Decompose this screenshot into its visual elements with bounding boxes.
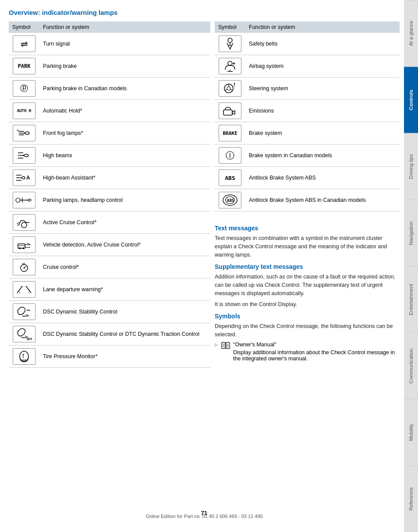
function-cell: Lane departure warning* [39, 278, 210, 301]
symbol-cell: OFF [9, 323, 39, 345]
symbol-cell [9, 278, 39, 301]
text-messages-body: Text messages in combination with a symb… [215, 234, 400, 259]
svg-line-31 [19, 290, 20, 293]
symbol-cell [215, 100, 245, 122]
dsc-icon [13, 303, 35, 320]
symbol-cell: A [9, 167, 39, 189]
svg-text:A: A [26, 175, 30, 181]
symbols-body: Depending on the Check Control message, … [215, 322, 400, 339]
supplementary-title: Supplementary text messages [215, 263, 400, 270]
table-row: Ⓘ Brake system in Canadian models [215, 144, 400, 167]
symbol-cell: AUTO H [9, 100, 39, 122]
airbag-icon [219, 58, 241, 74]
cruise-control-icon [13, 259, 35, 275]
sidebar-item-controls[interactable]: Controls [404, 67, 418, 133]
symbols-title: Symbols [215, 313, 400, 320]
svg-line-53 [225, 89, 227, 91]
function-cell: Brake system in Canadian models [245, 144, 400, 167]
table-row: Cruise control* [9, 256, 210, 278]
table-row: ⓟ Parking brake in Canadian models [9, 78, 210, 100]
main-content: Overview: indicator/warning lamps Symbol… [0, 0, 404, 532]
high-beam-assistant-icon: A [13, 169, 35, 186]
page-title: Overview: indicator/warning lamps [9, 9, 400, 16]
table-row: ABS Antilock Brake System ABS in Canadia… [215, 189, 400, 211]
function-cell: Brake system [245, 122, 400, 144]
table-row: Front fog lamps* [9, 122, 210, 144]
table-row: OFF DSC Dynamic Stability Control or DTC… [9, 323, 210, 345]
abs-canada-icon: ABS [219, 192, 241, 208]
symbol-cell [9, 256, 39, 278]
table-row: Emissions [215, 100, 400, 122]
sidebar-item-navigation[interactable]: Navigation [404, 200, 418, 266]
sidebar-item-entertainment[interactable]: Entertainment [404, 266, 418, 333]
svg-point-49 [233, 63, 235, 64]
svg-rect-17 [18, 244, 25, 248]
function-cell: Active Cruise Control* [39, 211, 210, 234]
table-row: High beams [9, 144, 210, 167]
function-cell: High-beam Assistant* [39, 167, 210, 189]
sidebar-item-at-a-glance[interactable]: At a glance [404, 0, 418, 67]
supplementary-body2: It is shown on the Control Display. [215, 300, 400, 309]
symbol-cell [9, 301, 39, 323]
function-cell: Tire Pressure Monitor* [39, 345, 210, 368]
sidebar-item-reference[interactable]: Reference [404, 465, 418, 532]
svg-line-32 [28, 290, 29, 293]
svg-text:ABS: ABS [227, 198, 234, 203]
svg-point-43 [228, 38, 232, 42]
svg-line-15 [17, 222, 19, 224]
symbol-cell [9, 189, 39, 211]
function-cell: Cruise control* [39, 256, 210, 278]
table-row: AUTO H Automatic Hold* [9, 100, 210, 122]
text-messages-title: Text messages [215, 225, 400, 232]
vehicle-detection-icon [13, 236, 35, 253]
parking-brake-icon: PARK [13, 58, 35, 74]
function-cell: Steering system [245, 78, 400, 100]
svg-rect-56 [223, 110, 232, 115]
safety-belts-icon [219, 35, 241, 52]
svg-point-11 [16, 198, 20, 202]
svg-line-54 [230, 89, 233, 91]
symbol-cell: ABS [215, 189, 245, 211]
function-cell: Airbag system [245, 55, 400, 78]
symbols-list: ▷ [215, 342, 400, 362]
function-cell: Antilock Brake System ABS [245, 167, 400, 189]
right-column: Symbol Function or system [215, 21, 400, 503]
function-cell: Parking lamps, headlamp control [39, 189, 210, 211]
symbol-cell: ⓟ [9, 78, 39, 100]
svg-point-14 [21, 222, 27, 228]
right-table-wrap: Symbol Function or system [215, 21, 400, 211]
function-cell: High beams [39, 144, 210, 167]
svg-line-26 [22, 263, 23, 264]
table-row: Vehicle detection, Active Cruise Control… [9, 234, 210, 256]
function-cell: Antilock Brake System ABS in Canadian mo… [245, 189, 400, 211]
symbol-cell [9, 211, 39, 234]
function-cell: Vehicle detection, Active Cruise Control… [39, 234, 210, 256]
right-col-function: Function or system [245, 21, 400, 33]
sidebar-item-mobility[interactable]: Mobility [404, 399, 418, 465]
left-column: Symbol Function or system ⇌ Turn signal [9, 21, 210, 503]
table-row: Parking lamps, headlamp control [9, 189, 210, 211]
function-cell: Parking brake [39, 55, 210, 78]
left-table: Symbol Function or system ⇌ Turn signal [9, 21, 210, 368]
function-cell: DSC Dynamic Stability Control or DTC Dyn… [39, 323, 210, 345]
symbol-cell: PARK [9, 55, 39, 78]
emissions-icon [219, 102, 241, 119]
function-cell: Front fog lamps* [39, 122, 210, 144]
sidebar-item-driving-tips[interactable]: Driving tips [404, 133, 418, 200]
right-col-symbol: Symbol [215, 21, 245, 33]
sidebar: At a glance Controls Driving tips Naviga… [404, 0, 418, 532]
left-col-function: Function or system [39, 21, 210, 33]
supplementary-body: Addition information, such as on the cau… [215, 273, 400, 297]
svg-text:OFF: OFF [27, 338, 32, 341]
steering-icon: ! [219, 80, 241, 97]
symbol-cell: ! [9, 345, 39, 368]
table-row: ! Tire Pressure Monitor* [9, 345, 210, 368]
svg-line-29 [17, 286, 22, 293]
function-cell: Automatic Hold* [39, 100, 210, 122]
symbol-cell [9, 144, 39, 167]
sidebar-item-communication[interactable]: Communication [404, 332, 418, 399]
abs-icon: ABS [219, 169, 241, 186]
table-row: DSC Dynamic Stability Control [9, 301, 210, 323]
table-row: PARK Parking brake [9, 55, 210, 78]
symbol-cell: ! [215, 78, 245, 100]
